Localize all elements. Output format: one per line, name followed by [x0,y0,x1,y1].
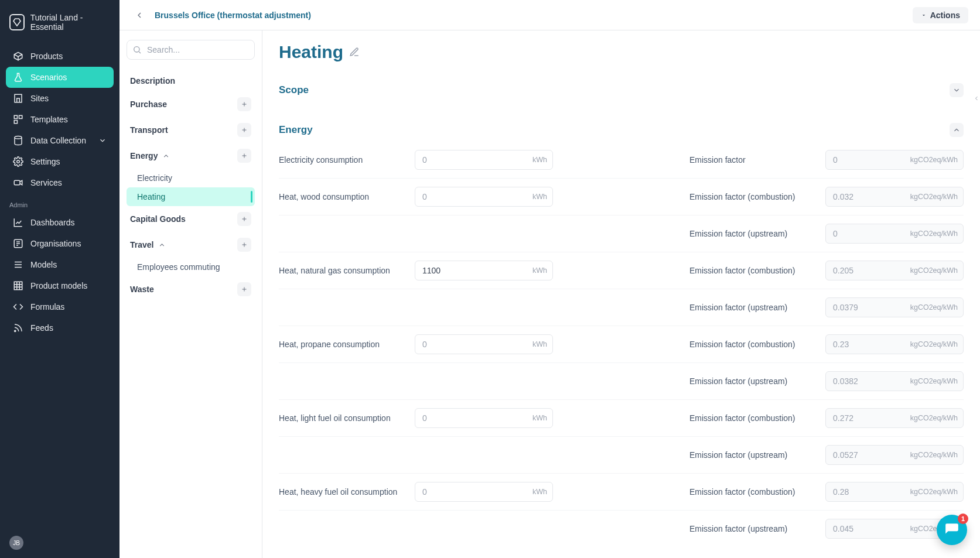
consumption-label: Heat, propane consumption [279,340,408,349]
chevron-up-icon[interactable] [950,123,964,137]
edit-icon[interactable] [349,47,360,57]
svg-rect-6 [14,180,20,185]
consumption-input[interactable] [415,482,553,502]
lp-energy[interactable]: Energy [127,143,255,169]
consumption-label: Electricity consumption [279,155,408,165]
consumption-input[interactable] [415,408,553,428]
nav-label: Templates [30,115,68,124]
sidebar-item-feeds[interactable]: Feeds [6,317,114,338]
emission-factor-input[interactable] [825,224,964,244]
sidebar-item-scenarios[interactable]: Scenarios [6,67,114,88]
nav-label: Sites [30,94,49,103]
svg-point-10 [134,47,139,52]
nav-label: Data Collection [30,136,86,145]
energy-row: Electricity consumptionkWhEmission facto… [279,142,964,179]
section-scope-head[interactable]: Scope [279,73,964,102]
lp-sub-employees-commuting[interactable]: Employees commuting [127,258,255,276]
add-icon[interactable] [237,97,251,111]
svg-rect-2 [19,115,22,118]
lp-sub-electricity[interactable]: Electricity [127,169,255,187]
collapse-right-panel[interactable] [972,84,980,112]
consumption-label: Heat, natural gas consumption [279,266,408,275]
sidebar-item-organisations[interactable]: Organisations [6,233,114,254]
sidebar-item-settings[interactable]: Settings [6,151,114,172]
add-icon[interactable] [237,149,251,163]
nav-label: Feeds [30,323,53,333]
breadcrumb[interactable]: Brussels Office (thermostat adjustment) [155,11,311,20]
svg-rect-1 [14,115,17,118]
consumption-input[interactable] [415,150,553,170]
emission-factor-input[interactable] [825,482,964,502]
sidebar-item-templates[interactable]: Templates [6,109,114,130]
admin-nav: Dashboards Organisations Models Product … [0,212,119,338]
search-icon [132,45,142,54]
lp-description[interactable]: Description [127,70,255,91]
lp-purchase[interactable]: Purchase [127,91,255,117]
consumption-input[interactable] [415,261,553,280]
add-icon[interactable] [237,282,251,296]
energy-row: kWhEmission factor (upstream)kgCO2eq/kWh [279,215,964,252]
primary-nav: Products Scenarios Sites Templates Data … [0,46,119,193]
nav-label: Models [30,260,57,269]
emission-factor-input[interactable] [825,445,964,465]
flask-icon [13,72,23,83]
nav-label: Formulas [30,302,64,311]
emission-factor-input[interactable] [825,371,964,391]
admin-section-label: Admin [0,193,119,212]
sidebar-item-services[interactable]: Services [6,172,114,193]
nav-label: Organisations [30,239,81,248]
building-icon [13,93,23,104]
svg-point-4 [15,136,22,139]
section-energy-head[interactable]: Energy [279,112,964,142]
sidebar-item-product-models[interactable]: Product models [6,275,114,296]
svg-rect-8 [14,282,22,290]
sidebar-item-products[interactable]: Products [6,46,114,67]
nav-label: Products [30,52,63,61]
page-title: Heating [279,42,343,62]
add-icon[interactable] [237,123,251,137]
actions-dropdown[interactable]: Actions [913,7,968,23]
emission-factor-input[interactable] [825,408,964,428]
chevron-down-icon [98,136,107,145]
consumption-label: Heat, heavy fuel oil consumption [279,487,408,497]
nav-label: Scenarios [30,73,67,82]
search-input[interactable] [127,40,255,60]
rss-icon [13,323,23,333]
lp-capital-goods[interactable]: Capital Goods [127,206,255,232]
lp-sub-heating[interactable]: Heating [127,187,255,206]
user-avatar[interactable]: JB [9,536,23,550]
sidebar-item-sites[interactable]: Sites [6,88,114,109]
nav-label: Services [30,178,62,187]
chat-bubble[interactable]: 1 [937,515,967,545]
add-icon[interactable] [237,212,251,226]
add-icon[interactable] [237,238,251,252]
sidebar-item-formulas[interactable]: Formulas [6,296,114,317]
emission-factor-input[interactable] [825,150,964,170]
sidebar-item-dashboards[interactable]: Dashboards [6,212,114,233]
svg-point-5 [17,160,20,163]
notification-badge: 1 [958,514,968,524]
list-icon [13,259,23,270]
consumption-label: Heat, wood consumption [279,192,408,201]
consumption-input[interactable] [415,334,553,354]
lp-waste[interactable]: Waste [127,276,255,302]
lp-travel[interactable]: Travel [127,232,255,258]
emission-factor-input[interactable] [825,334,964,354]
emission-factor-label: Emission factor (upstream) [689,376,818,386]
energy-row: kWhEmission factor (upstream)kgCO2eq/kWh [279,437,964,474]
emission-factor-label: Emission factor (upstream) [689,229,818,238]
sidebar-item-data-collection[interactable]: Data Collection [6,130,114,151]
emission-factor-input[interactable] [825,261,964,280]
energy-row: Heat, propane consumptionkWhEmission fac… [279,326,964,363]
chevron-down-icon[interactable] [950,83,964,97]
sidebar-item-models[interactable]: Models [6,254,114,275]
consumption-input[interactable] [415,187,553,207]
logo-icon [9,14,25,30]
lp-transport[interactable]: Transport [127,117,255,143]
emission-factor-input[interactable] [825,187,964,207]
emission-factor-input[interactable] [825,297,964,317]
sidebar: Tutorial Land - Essential Products Scena… [0,0,119,558]
back-button[interactable] [131,7,148,23]
caret-down-icon [921,12,927,18]
section-title: Energy [279,124,313,136]
